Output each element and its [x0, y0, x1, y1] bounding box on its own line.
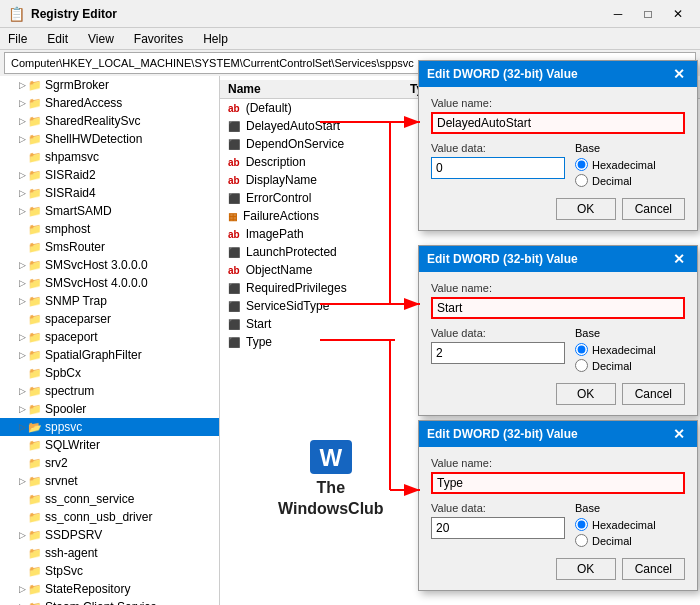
dialog2-value-name-input[interactable] [431, 297, 685, 319]
tree-item[interactable]: ▷📁spectrum [0, 382, 219, 400]
dialog2-close-button[interactable]: ✕ [669, 249, 689, 269]
tree-item[interactable]: ▷📁SSDPSRV [0, 526, 219, 544]
dialog2-title: Edit DWORD (32-bit) Value ✕ [419, 246, 697, 272]
dialog1-body: Value name: Value data: Base Hexadecimal… [419, 87, 697, 230]
tree-item[interactable]: ▷📁SISRaid4 [0, 184, 219, 202]
dialog2-ok-button[interactable]: OK [556, 383, 616, 405]
dialog1-base-label: Base [575, 142, 685, 154]
tree-item[interactable]: ▷📁ShellHWDetection [0, 130, 219, 148]
address-text: Computer\HKEY_LOCAL_MACHINE\SYSTEM\Curre… [11, 57, 414, 69]
dialog2-title-text: Edit DWORD (32-bit) Value [427, 252, 578, 266]
tree-item[interactable]: ▷📁StateRepository [0, 580, 219, 598]
menu-edit[interactable]: Edit [43, 32, 72, 46]
dialog2-base-label: Base [575, 327, 685, 339]
dialog3-buttons: OK Cancel [431, 558, 685, 580]
dialog1-title-text: Edit DWORD (32-bit) Value [427, 67, 578, 81]
dialog3-base-label: Base [575, 502, 685, 514]
window-controls: ─ □ ✕ [604, 4, 692, 24]
menu-file[interactable]: File [4, 32, 31, 46]
tree-item-steam[interactable]: ▷📁Steam Client Service [0, 598, 219, 605]
dialog1-value-data-label: Value data: [431, 142, 565, 154]
dialog1-value-name-input[interactable] [431, 112, 685, 134]
dialog2-dec-radio[interactable]: Decimal [575, 359, 685, 372]
dialog1-row: Value data: Base Hexadecimal Decimal [431, 142, 685, 190]
tree-item-sppsvc[interactable]: ▷📂sppsvc [0, 418, 219, 436]
tree-item[interactable]: 📁SpbCx [0, 364, 219, 382]
close-button[interactable]: ✕ [664, 4, 692, 24]
dialog3-base-col: Base Hexadecimal Decimal [575, 502, 685, 550]
dialog1-close-button[interactable]: ✕ [669, 64, 689, 84]
tree-item[interactable]: 📁smphost [0, 220, 219, 238]
app-title: Registry Editor [31, 7, 117, 21]
menu-view[interactable]: View [84, 32, 118, 46]
maximize-button[interactable]: □ [634, 4, 662, 24]
tree-item[interactable]: ▷📁SNMP Trap [0, 292, 219, 310]
tree-item[interactable]: 📁srv2 [0, 454, 219, 472]
dialog2-value-name-label: Value name: [431, 282, 685, 294]
tree-item[interactable]: ▷📁srvnet [0, 472, 219, 490]
dialog3-title-text: Edit DWORD (32-bit) Value [427, 427, 578, 441]
title-bar: 📋 Registry Editor ─ □ ✕ [0, 0, 700, 28]
tree-item[interactable]: ▷📁spaceport [0, 328, 219, 346]
dialog1-value-data-input[interactable] [431, 157, 565, 179]
tree-item[interactable]: 📁shpamsvc [0, 148, 219, 166]
menu-help[interactable]: Help [199, 32, 232, 46]
dialog2-base-col: Base Hexadecimal Decimal [575, 327, 685, 375]
dialog3-cancel-button[interactable]: Cancel [622, 558, 685, 580]
dialog-type: Edit DWORD (32-bit) Value ✕ Value name: … [418, 420, 698, 591]
dialog1-value-name-label: Value name: [431, 97, 685, 109]
dialog3-value-name-input[interactable] [431, 472, 685, 494]
dialog2-cancel-button[interactable]: Cancel [622, 383, 685, 405]
tree-item[interactable]: 📁SQLWriter [0, 436, 219, 454]
dialog2-data-col: Value data: [431, 327, 565, 372]
dialog2-body: Value name: Value data: Base Hexadecimal… [419, 272, 697, 415]
dialog1-dec-radio[interactable]: Decimal [575, 174, 685, 187]
tree-item[interactable]: ▷📁SMSvcHost 3.0.0.0 [0, 256, 219, 274]
tree-item[interactable]: 📁ss_conn_usb_driver [0, 508, 219, 526]
dialog2-value-data-label: Value data: [431, 327, 565, 339]
tree-item[interactable]: 📁StpSvc [0, 562, 219, 580]
dialog1-cancel-button[interactable]: Cancel [622, 198, 685, 220]
dialog3-title: Edit DWORD (32-bit) Value ✕ [419, 421, 697, 447]
minimize-button[interactable]: ─ [604, 4, 632, 24]
tree-item[interactable]: ▷📁SISRaid2 [0, 166, 219, 184]
menu-bar: File Edit View Favorites Help [0, 28, 700, 50]
tree-item[interactable]: ▷📁SharedAccess [0, 94, 219, 112]
tree-item[interactable]: ▷📁SharedRealitySvc [0, 112, 219, 130]
watermark-logo: W [310, 440, 352, 474]
dialog3-hex-radio[interactable]: Hexadecimal [575, 518, 685, 531]
dialog-start: Edit DWORD (32-bit) Value ✕ Value name: … [418, 245, 698, 416]
tree-panel[interactable]: ▷📁SgrmBroker ▷📁SharedAccess ▷📁SharedReal… [0, 76, 220, 605]
dialog3-data-col: Value data: [431, 502, 565, 547]
tree-item[interactable]: ▷📁Spooler [0, 400, 219, 418]
menu-favorites[interactable]: Favorites [130, 32, 187, 46]
tree-item[interactable]: ▷📁SmartSAMD [0, 202, 219, 220]
dialog3-dec-radio[interactable]: Decimal [575, 534, 685, 547]
dialog2-hex-radio[interactable]: Hexadecimal [575, 343, 685, 356]
dialog1-ok-button[interactable]: OK [556, 198, 616, 220]
dialog2-value-data-input[interactable] [431, 342, 565, 364]
dialog2-buttons: OK Cancel [431, 383, 685, 405]
dialog1-hex-radio[interactable]: Hexadecimal [575, 158, 685, 171]
dialog1-title: Edit DWORD (32-bit) Value ✕ [419, 61, 697, 87]
tree-item[interactable]: 📁spaceparser [0, 310, 219, 328]
tree-item[interactable]: ▷📁SpatialGraphFilter [0, 346, 219, 364]
tree-item[interactable]: 📁ss_conn_service [0, 490, 219, 508]
watermark-text: TheWindowsClub [278, 478, 384, 520]
dialog1-data-col: Value data: [431, 142, 565, 187]
app-icon: 📋 [8, 6, 25, 22]
dialog1-base-col: Base Hexadecimal Decimal [575, 142, 685, 190]
dialog3-ok-button[interactable]: OK [556, 558, 616, 580]
dialog3-row: Value data: Base Hexadecimal Decimal [431, 502, 685, 550]
dialog3-close-button[interactable]: ✕ [669, 424, 689, 444]
dialog2-row: Value data: Base Hexadecimal Decimal [431, 327, 685, 375]
tree-item[interactable]: ▷📁SgrmBroker [0, 76, 219, 94]
tree-item[interactable]: 📁ssh-agent [0, 544, 219, 562]
tree-item[interactable]: ▷📁SMSvcHost 4.0.0.0 [0, 274, 219, 292]
dialog3-value-data-label: Value data: [431, 502, 565, 514]
watermark: W TheWindowsClub [278, 440, 384, 520]
dialog3-value-data-input[interactable] [431, 517, 565, 539]
tree-item[interactable]: 📁SmsRouter [0, 238, 219, 256]
dialog3-body: Value name: Value data: Base Hexadecimal… [419, 447, 697, 590]
dialog1-buttons: OK Cancel [431, 198, 685, 220]
